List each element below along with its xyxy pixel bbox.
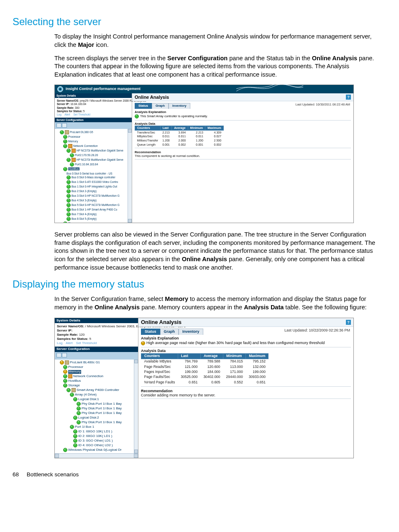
val-server-ip: 10.84.100.84 [70,103,86,105]
tree-item[interactable]: Logical Disk:2 [56,416,138,420]
scrollbar-vertical[interactable] [128,129,132,223]
tree-item[interactable]: ID 1: 68GO 10K( LD1 ) [56,429,138,434]
tree-item[interactable]: Storage [56,221,132,223]
table-cell: 199.000 [178,370,200,375]
app-title: Insight Control performance management [66,87,141,91]
help-icon[interactable]: ? [346,320,351,325]
tree-item[interactable]: Bus 1:Slot 0-ATI ES1000 Video Contro [56,180,132,184]
status-ok-icon [77,402,81,406]
toolbar-btn-icon[interactable] [56,353,61,357]
tree-item[interactable]: Bus 8:Slot 5-(Empty) [56,216,132,221]
link-set-threshold[interactable]: Set Threshold [76,341,97,345]
lbl-samples-status: Samples for Status: [57,337,88,341]
tree-item[interactable]: ID 3: 0GO Other( LD1 ) [56,439,138,443]
tree-item[interactable]: ProLiant BL480c G1 [56,360,138,365]
tab-status[interactable]: Status [135,103,152,108]
tree-item[interactable]: Memory [56,139,132,144]
tree-item[interactable]: ID 2: 68GO 10K( LD1 ) [56,434,138,439]
toolbar-btn-icon[interactable] [56,123,61,128]
table-cell: 1.200 [188,139,205,143]
tree-item[interactable]: Network Connection [56,374,138,379]
tree-item[interactable]: Storage [56,383,138,388]
tree-item-label: Network Connection [73,144,98,147]
tree-item[interactable]: HostBus [56,379,138,383]
toolbar-btn-icon[interactable] [62,123,67,128]
tree-item[interactable]: Phy Disk:Port 1I Box 1 Bay [56,406,138,411]
status-major-icon [60,360,64,365]
recommendation-text: Consider adding more memory to the serve… [141,393,351,398]
tree-item[interactable]: Array (4 Drive) [56,393,138,397]
tree-item[interactable]: Windows Physical Disk 0(Logical Dr [56,448,138,452]
app-titlebar: Insight Control performance management [55,85,353,93]
link-log[interactable]: Log [57,113,61,116]
tab-graph[interactable]: Graph [160,329,179,335]
status-ok-icon [63,139,67,144]
tree-item[interactable]: ProLiant DL380 G5 [56,130,132,134]
tab-inventory[interactable]: Inventory [179,329,203,335]
link-alert[interactable]: Alert [64,113,70,116]
tree-item[interactable]: Phy Disk:Port 1I Box 1 Bay [56,411,138,416]
tree-item[interactable]: Network Connection [56,144,132,148]
tree-item[interactable]: HP NC373i Multifunction Gigabit Serve [56,157,132,162]
online-analysis-title: Online Analysis [135,95,169,100]
tree-item[interactable]: Logical Disk:1 [56,397,138,402]
system-details-header: System Details [55,318,138,324]
table-cell: 121.000 [178,364,200,369]
server-config-tree[interactable]: ProLiant DL380 G5ProcessorMemoryNetwork … [55,129,132,223]
server-config-tree[interactable]: ProLiant BL480c G1ProcessorMemoryNetwork… [55,360,138,453]
tree-item[interactable]: Smart Array P400i Controller [56,388,138,393]
val-sample-rate: 300 [75,106,79,109]
th-average: Average [200,353,223,359]
status-ok-icon [63,448,67,452]
tree-item[interactable]: Bus 0:Slot 0-Serial bus controller - US [56,172,132,175]
analysis-explanation-label: Analysis Explanation [135,111,351,114]
scrollbar-vertical[interactable] [134,360,138,453]
link-log[interactable]: Log [57,341,62,345]
tab-inventory[interactable]: Inventory [169,103,190,108]
tab-graph[interactable]: Graph [152,103,169,108]
tree-item[interactable]: Bus 0:Slot 0-Mass storage controller [56,175,132,180]
tree-item-label: Array (4 Drive) [75,393,97,397]
tree-item[interactable]: Phy Disk:Port 1I Box 1 Bay [56,402,138,406]
table-cell: 30933.000 [246,375,269,380]
status-ok-icon [77,406,81,411]
tree-item[interactable]: Bus 3:Slot 0-HP NC373i Multifunction G [56,193,132,198]
tree-item[interactable]: Processor [56,134,132,139]
network-icon [68,144,72,148]
tree-item[interactable]: Port2:170.50.28.20 [56,153,132,157]
analysis-data-label: Analysis Data [141,349,351,353]
tree-item[interactable]: Bus 2:Slot 2-(Empty) [56,189,132,193]
tree-item[interactable]: Port 1I Box 1 [56,425,138,429]
tree-item[interactable]: Bus 5:Slot 0-HP NC373i Multifunction G [56,203,132,207]
table-cell: Transfers/Sec [135,130,161,134]
tree-item[interactable]: Bus 6:Slot 1-HP Smart Array P400 Co [56,207,132,212]
para-text: icon. [96,41,109,48]
tree-item[interactable]: ID 4: 0GO Other( LD2 ) [56,443,138,448]
tree-item[interactable]: Port1:10.84.183.84 [56,162,132,167]
tree-item[interactable]: Bus 1:Slot 0-HP Integrated Lights-Out [56,184,132,189]
tab-status[interactable]: Status [141,329,160,335]
tree-item[interactable]: HostBus [56,167,132,171]
tree-item-label: Phy Disk:Port 1I Box 1 Bay [82,402,122,406]
th-average: Average [172,126,188,131]
tree-item-label: Storage [68,384,80,388]
link-alert[interactable]: Alert [66,341,72,345]
scrollbar-horizontal[interactable] [55,453,138,458]
tree-item[interactable]: Phy Disk:Port 1I Box 1 Bay [56,420,138,425]
tree-item-label: Bus 0:Slot 0-Mass storage controller [72,176,115,179]
link-set-threshold[interactable]: Set Threshold [74,113,90,116]
help-icon[interactable]: ? [346,95,351,100]
table-cell: Pages Input/Sec [141,370,178,375]
toolbar-btn-icon[interactable] [62,353,67,357]
tree-item[interactable]: Bus 7:Slot 4-(Empty) [56,212,132,216]
tree-item[interactable]: Memory [56,370,138,374]
table-cell: 0.002 [205,143,223,147]
table-cell: 113.000 [223,364,246,369]
body-text: In the Server Configuration frame, selec… [54,295,379,311]
tree-item[interactable]: HP NC373i Multifunction Gigabit Serve [56,148,132,153]
tree-item[interactable]: Processor [56,365,138,370]
tree-item[interactable]: Bus 4:Slot 3-(Empty) [56,198,132,203]
status-ok-icon [70,393,74,397]
table-row: Queue Length0.0010.0020.0010.002 [135,143,224,147]
hp-logo-icon [57,86,63,92]
